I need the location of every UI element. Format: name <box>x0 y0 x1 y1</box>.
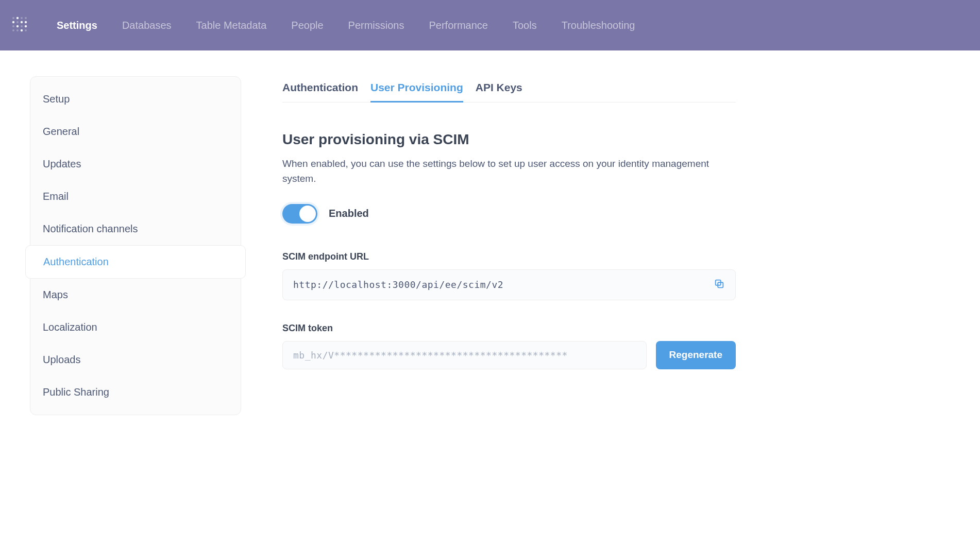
svg-point-10 <box>21 25 23 27</box>
svg-point-2 <box>21 17 23 19</box>
tab-authentication[interactable]: Authentication <box>282 76 358 103</box>
scim-toggle-label: Enabled <box>329 208 369 219</box>
tab-user-provisioning[interactable]: User Provisioning <box>370 76 463 103</box>
regenerate-token-button[interactable]: Regenerate <box>656 341 736 369</box>
scim-token-value: mb_hx/V*********************************… <box>293 350 568 361</box>
svg-point-14 <box>21 29 23 31</box>
sidebar-item-localization[interactable]: Localization <box>30 311 241 344</box>
sidebar-item-notification-channels[interactable]: Notification channels <box>30 213 241 245</box>
topnav-item-databases[interactable]: Databases <box>122 20 172 31</box>
topnav-item-people[interactable]: People <box>291 20 323 31</box>
main-content: Authentication User Provisioning API Key… <box>241 76 736 415</box>
svg-point-7 <box>25 21 27 23</box>
sidebar-item-updates[interactable]: Updates <box>30 148 241 180</box>
scim-section-description: When enabled, you can use the settings b… <box>282 156 736 186</box>
topnav-item-settings[interactable]: Settings <box>57 20 97 31</box>
page-body: Setup General Updates Email Notification… <box>0 50 980 415</box>
sidebar-item-general[interactable]: General <box>30 115 241 148</box>
copy-icon <box>714 278 725 292</box>
sidebar-item-setup[interactable]: Setup <box>30 83 241 115</box>
scim-section-title: User provisioning via SCIM <box>282 131 736 148</box>
settings-sidebar: Setup General Updates Email Notification… <box>30 76 241 415</box>
topnav-item-tools[interactable]: Tools <box>513 20 537 31</box>
svg-point-13 <box>16 29 19 31</box>
sidebar-item-email[interactable]: Email <box>30 180 241 213</box>
scim-section: User provisioning via SCIM When enabled,… <box>282 103 736 369</box>
svg-point-4 <box>12 21 14 23</box>
topnav: Settings Databases Table Metadata People… <box>0 0 980 50</box>
scim-endpoint-box: http://localhost:3000/api/ee/scim/v2 <box>282 269 736 300</box>
scim-token-box: mb_hx/V*********************************… <box>282 341 647 369</box>
topnav-item-table-metadata[interactable]: Table Metadata <box>196 20 267 31</box>
svg-point-5 <box>16 21 19 23</box>
svg-point-11 <box>25 25 27 27</box>
copy-endpoint-button[interactable] <box>714 278 725 292</box>
svg-point-8 <box>12 25 14 27</box>
scim-token-field: SCIM token mb_hx/V**********************… <box>282 323 736 369</box>
sidebar-item-uploads[interactable]: Uploads <box>30 344 241 376</box>
scim-endpoint-value: http://localhost:3000/api/ee/scim/v2 <box>293 279 503 290</box>
sidebar-item-maps[interactable]: Maps <box>30 279 241 311</box>
svg-point-6 <box>21 21 23 23</box>
svg-point-0 <box>12 17 14 19</box>
svg-point-1 <box>16 17 19 19</box>
sidebar-item-authentication[interactable]: Authentication <box>25 245 246 279</box>
svg-point-12 <box>12 29 14 31</box>
topnav-item-performance[interactable]: Performance <box>429 20 488 31</box>
auth-subtabs: Authentication User Provisioning API Key… <box>282 76 736 103</box>
svg-point-15 <box>25 29 27 31</box>
tab-api-keys[interactable]: API Keys <box>476 76 522 103</box>
scim-token-label: SCIM token <box>282 323 736 334</box>
scim-endpoint-label: SCIM endpoint URL <box>282 251 736 262</box>
topnav-item-troubleshooting[interactable]: Troubleshooting <box>562 20 635 31</box>
toggle-knob <box>299 206 316 222</box>
scim-enabled-toggle[interactable] <box>282 204 317 224</box>
topnav-items: Settings Databases Table Metadata People… <box>57 20 635 31</box>
scim-toggle-row: Enabled <box>282 204 736 224</box>
svg-point-3 <box>25 17 27 19</box>
topnav-item-permissions[interactable]: Permissions <box>348 20 404 31</box>
sidebar-item-public-sharing[interactable]: Public Sharing <box>30 376 241 408</box>
svg-point-9 <box>16 25 19 27</box>
app-logo-icon[interactable] <box>10 15 31 36</box>
scim-endpoint-field: SCIM endpoint URL http://localhost:3000/… <box>282 251 736 300</box>
